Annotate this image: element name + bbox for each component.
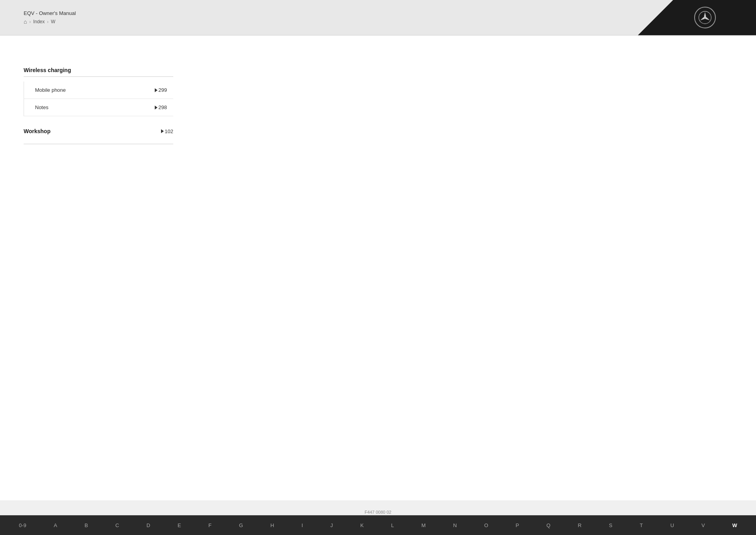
alphabet-item-b[interactable]: B (82, 521, 91, 530)
wireless-charging-subitems: Mobile phone 299 Notes 298 (24, 82, 173, 116)
alphabet-item-g[interactable]: G (236, 521, 246, 530)
notes-page-number: 298 (158, 104, 167, 110)
alphabet-item-c[interactable]: C (112, 521, 122, 530)
document-title: EQV - Owner's Manual (24, 10, 76, 16)
alphabet-item-u[interactable]: U (667, 521, 677, 530)
notes-page: 298 (155, 104, 167, 110)
home-icon[interactable]: ⌂ (24, 19, 27, 25)
breadcrumb-w[interactable]: W (51, 19, 55, 24)
alphabet-nav: 0-9 A B C D E F G H I J K L M N O P Q R … (0, 515, 756, 535)
header-left: EQV - Owner's Manual ⌂ › Index › W (24, 10, 76, 25)
notes-arrow-icon (155, 106, 158, 110)
workshop-section: Workshop 102 (24, 124, 173, 144)
workshop-page-number: 102 (165, 128, 173, 134)
alphabet-item-i[interactable]: I (298, 521, 306, 530)
alphabet-item-a[interactable]: A (50, 521, 60, 530)
logo-area (638, 0, 756, 35)
header: EQV - Owner's Manual ⌂ › Index › W (0, 0, 756, 35)
svg-point-4 (704, 17, 706, 19)
workshop-row[interactable]: Workshop 102 (24, 124, 173, 138)
notes-item[interactable]: Notes 298 (24, 99, 173, 116)
alphabet-item-l[interactable]: L (388, 521, 397, 530)
alphabet-item-j[interactable]: J (327, 521, 336, 530)
breadcrumb: ⌂ › Index › W (24, 19, 76, 25)
workshop-label: Workshop (24, 128, 50, 134)
footer-doc-id: F447 0080 02 (365, 510, 391, 515)
alphabet-item-e[interactable]: E (174, 521, 184, 530)
mobile-phone-arrow-icon (155, 88, 158, 92)
alphabet-item-d[interactable]: D (143, 521, 153, 530)
breadcrumb-separator-1: › (29, 19, 31, 24)
alphabet-item-r[interactable]: R (575, 521, 585, 530)
alphabet-item-k[interactable]: K (357, 521, 367, 530)
alphabet-item-m[interactable]: M (418, 521, 429, 530)
mobile-phone-page: 299 (155, 87, 167, 93)
alphabet-item-h[interactable]: H (267, 521, 277, 530)
wireless-charging-header: Wireless charging (24, 67, 173, 77)
alphabet-item-f[interactable]: F (205, 521, 215, 530)
mercedes-star-icon (698, 11, 712, 24)
alphabet-item-o[interactable]: O (481, 521, 491, 530)
mobile-phone-label: Mobile phone (35, 87, 66, 93)
alphabet-item-s[interactable]: S (606, 521, 616, 530)
breadcrumb-index[interactable]: Index (33, 19, 44, 24)
mercedes-logo (694, 7, 716, 28)
alphabet-item-09[interactable]: 0-9 (16, 521, 30, 530)
workshop-page: 102 (161, 128, 173, 134)
mobile-phone-item[interactable]: Mobile phone 299 (24, 82, 173, 99)
workshop-arrow-icon (161, 129, 164, 133)
alphabet-item-t[interactable]: T (637, 521, 646, 530)
alphabet-item-n[interactable]: N (450, 521, 460, 530)
alphabet-item-p[interactable]: P (512, 521, 522, 530)
mobile-phone-page-number: 299 (158, 87, 167, 93)
notes-label: Notes (35, 104, 48, 110)
index-section: Wireless charging Mobile phone 299 Notes… (24, 67, 173, 144)
alphabet-item-q[interactable]: Q (543, 521, 554, 530)
breadcrumb-separator-2: › (47, 19, 49, 24)
alphabet-item-w[interactable]: W (729, 521, 740, 530)
main-content: Wireless charging Mobile phone 299 Notes… (0, 35, 756, 500)
alphabet-item-v[interactable]: V (698, 521, 708, 530)
